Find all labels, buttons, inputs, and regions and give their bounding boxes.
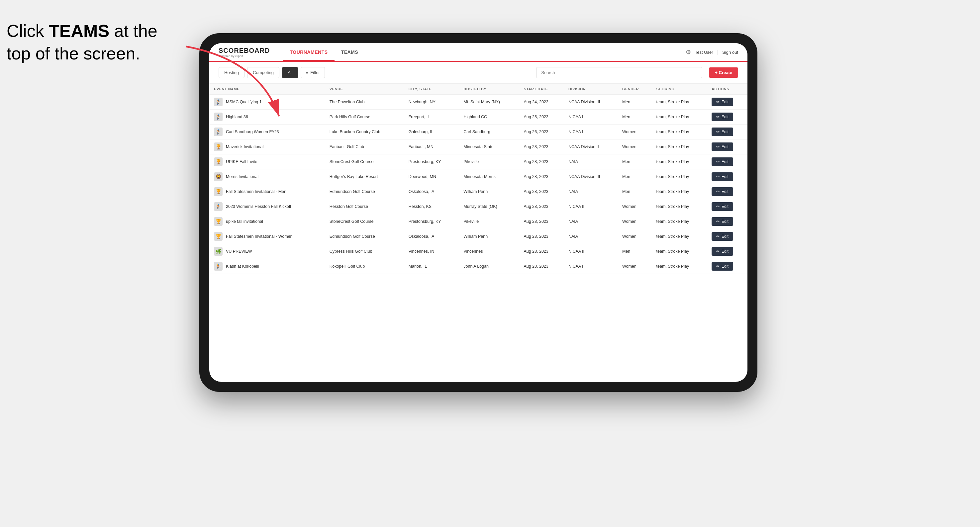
table-body: 🏌️ MSMC Qualifying 1 The Powelton Club N… <box>209 95 748 274</box>
cell-event-name: 🏆 Fall Statesmen Invitational - Women <box>209 229 325 244</box>
event-name-text: Fall Statesmen Invitational - Men <box>226 189 286 194</box>
table-row: 🌿 VU PREVIEW Cypress Hills Golf Club Vin… <box>209 244 748 259</box>
nav-right: ⚙ Test User | Sign out <box>686 49 738 56</box>
col-venue: VENUE <box>325 84 404 95</box>
edit-label: Edit <box>722 204 729 209</box>
cell-actions: ✏ Edit <box>707 169 748 184</box>
cell-hosted-by: William Penn <box>459 184 519 199</box>
edit-label: Edit <box>722 114 729 119</box>
edit-icon: ✏ <box>716 100 719 104</box>
cell-venue: Edmundson Golf Course <box>325 184 404 199</box>
navbar: SCOREBOARD Powered by clippit TOURNAMENT… <box>209 43 748 62</box>
edit-button[interactable]: ✏ Edit <box>711 187 733 196</box>
edit-label: Edit <box>722 159 729 164</box>
cell-event-name: 🏌️ Carl Sandburg Women FA23 <box>209 125 325 140</box>
cell-actions: ✏ Edit <box>707 259 748 274</box>
edit-icon: ✏ <box>716 234 719 239</box>
cell-division: NAIA <box>564 214 617 229</box>
edit-button[interactable]: ✏ Edit <box>711 113 733 121</box>
edit-button[interactable]: ✏ Edit <box>711 143 733 151</box>
signout-link[interactable]: Sign out <box>722 50 738 55</box>
table-row: 🦁 Morris Invitational Ruttger's Bay Lake… <box>209 169 748 184</box>
search-input[interactable] <box>536 67 702 78</box>
cell-gender: Men <box>617 95 652 110</box>
hosting-filter-button[interactable]: Hosting <box>219 67 245 78</box>
all-filter-button[interactable]: All <box>282 67 298 78</box>
cell-hosted-by: Mt. Saint Mary (NY) <box>459 95 519 110</box>
cell-venue: The Powelton Club <box>325 95 404 110</box>
cell-division: NICAA I <box>564 259 617 274</box>
filter-button[interactable]: ≡ Filter <box>301 67 325 78</box>
cell-scoring: team, Stroke Play <box>652 125 707 140</box>
nav-user-label: Test User <box>695 50 713 55</box>
cell-hosted-by: Pikeville <box>459 154 519 169</box>
edit-button[interactable]: ✏ Edit <box>711 262 733 271</box>
nav-separator: | <box>717 49 719 55</box>
cell-hosted-by: Minnesota-Morris <box>459 169 519 184</box>
edit-icon: ✏ <box>716 264 719 269</box>
edit-label: Edit <box>722 234 729 239</box>
competing-filter-button[interactable]: Competing <box>247 67 279 78</box>
edit-button[interactable]: ✏ Edit <box>711 157 733 166</box>
brand-name: SCOREBOARD <box>219 47 270 54</box>
col-gender: GENDER <box>617 84 652 95</box>
edit-label: Edit <box>722 144 729 149</box>
cell-start-date: Aug 28, 2023 <box>519 154 564 169</box>
event-icon: 🏌️ <box>214 202 223 211</box>
cell-scoring: team, Stroke Play <box>652 259 707 274</box>
gear-icon[interactable]: ⚙ <box>686 49 691 56</box>
cell-division: NCAA Division III <box>564 169 617 184</box>
edit-icon: ✏ <box>716 249 719 254</box>
edit-button[interactable]: ✏ Edit <box>711 98 733 106</box>
edit-button[interactable]: ✏ Edit <box>711 232 733 241</box>
edit-label: Edit <box>722 189 729 194</box>
cell-city: Hesston, KS <box>404 199 459 214</box>
event-icon: 🏆 <box>214 157 223 166</box>
cell-actions: ✏ Edit <box>707 244 748 259</box>
cell-actions: ✏ Edit <box>707 125 748 140</box>
tablet-frame: SCOREBOARD Powered by clippit TOURNAMENT… <box>199 33 757 392</box>
cell-scoring: team, Stroke Play <box>652 140 707 154</box>
table-row: 🏌️ MSMC Qualifying 1 The Powelton Club N… <box>209 95 748 110</box>
edit-label: Edit <box>722 130 729 134</box>
edit-icon: ✏ <box>716 130 719 134</box>
cell-gender: Men <box>617 244 652 259</box>
cell-division: NICAA II <box>564 244 617 259</box>
edit-button[interactable]: ✏ Edit <box>711 172 733 181</box>
cell-scoring: team, Stroke Play <box>652 229 707 244</box>
cell-division: NCAA Division III <box>564 95 617 110</box>
cell-gender: Women <box>617 125 652 140</box>
cell-hosted-by: Vincennes <box>459 244 519 259</box>
table-header: EVENT NAME VENUE CITY, STATE HOSTED BY S… <box>209 84 748 95</box>
edit-label: Edit <box>722 175 729 179</box>
create-button[interactable]: + Create <box>709 67 738 78</box>
cell-scoring: team, Stroke Play <box>652 184 707 199</box>
cell-actions: ✏ Edit <box>707 110 748 125</box>
cell-start-date: Aug 28, 2023 <box>519 259 564 274</box>
tournaments-table: EVENT NAME VENUE CITY, STATE HOSTED BY S… <box>209 84 748 274</box>
cell-scoring: team, Stroke Play <box>652 110 707 125</box>
table-row: 🏌️ 2023 Women's Hesston Fall Kickoff Hes… <box>209 199 748 214</box>
table-row: 🏆 upike fall invitational StoneCrest Gol… <box>209 214 748 229</box>
cell-event-name: 🌿 VU PREVIEW <box>209 244 325 259</box>
table-row: 🏌️ Carl Sandburg Women FA23 Lake Bracken… <box>209 125 748 140</box>
tab-tournaments[interactable]: TOURNAMENTS <box>283 43 334 61</box>
event-icon: 🏌️ <box>214 127 223 136</box>
edit-button[interactable]: ✏ Edit <box>711 247 733 256</box>
cell-city: Faribault, MN <box>404 140 459 154</box>
cell-gender: Men <box>617 110 652 125</box>
cell-scoring: team, Stroke Play <box>652 214 707 229</box>
cell-gender: Women <box>617 214 652 229</box>
col-actions: ACTIONS <box>707 84 748 95</box>
table-row: 🏆 Fall Statesmen Invitational - Men Edmu… <box>209 184 748 199</box>
cell-venue: StoneCrest Golf Course <box>325 154 404 169</box>
cell-division: NICAA I <box>564 125 617 140</box>
edit-button[interactable]: ✏ Edit <box>711 202 733 211</box>
cell-actions: ✏ Edit <box>707 184 748 199</box>
edit-button[interactable]: ✏ Edit <box>711 127 733 136</box>
cell-start-date: Aug 28, 2023 <box>519 214 564 229</box>
event-name-text: upike fall invitational <box>226 219 263 224</box>
event-icon: 🦁 <box>214 172 223 181</box>
edit-button[interactable]: ✏ Edit <box>711 217 733 226</box>
tab-teams[interactable]: TEAMS <box>334 43 365 61</box>
